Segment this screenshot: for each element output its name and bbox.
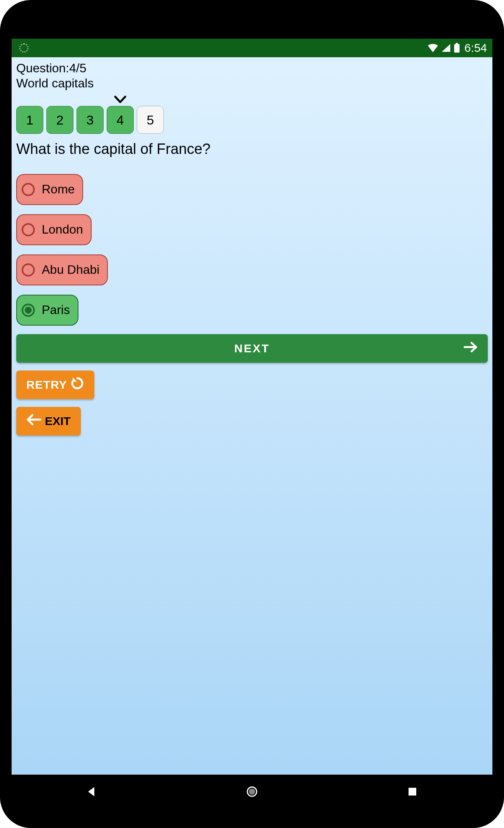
refresh-icon bbox=[70, 376, 84, 393]
retry-button[interactable]: RETRY bbox=[16, 370, 94, 399]
loading-spinner-icon bbox=[19, 43, 29, 53]
svg-point-3 bbox=[249, 789, 255, 795]
answer-label: Abu Dhabi bbox=[42, 263, 99, 277]
android-nav-bar bbox=[12, 775, 492, 809]
wifi-icon bbox=[427, 44, 438, 52]
answer-option[interactable]: London bbox=[16, 214, 92, 245]
nav-home-button[interactable] bbox=[217, 780, 287, 803]
question-counter: Question:4/5 bbox=[16, 61, 488, 75]
nav-back-button[interactable] bbox=[57, 780, 126, 803]
tablet-inner: 6:54 Question:4/5 World capitals 12345 W… bbox=[12, 19, 492, 809]
screen: 6:54 Question:4/5 World capitals 12345 W… bbox=[12, 39, 492, 775]
answer-label: Rome bbox=[42, 182, 75, 196]
exit-button-label: EXIT bbox=[45, 415, 71, 428]
answer-option[interactable]: Paris bbox=[16, 295, 78, 326]
nav-recent-button[interactable] bbox=[378, 780, 447, 803]
answer-label: London bbox=[42, 222, 83, 237]
question-text: What is the capital of France? bbox=[16, 140, 488, 159]
retry-button-label: RETRY bbox=[26, 378, 67, 391]
device-top-bezel bbox=[12, 19, 492, 39]
status-bar: 6:54 bbox=[12, 39, 492, 57]
tracker-cell-3[interactable]: 3 bbox=[77, 106, 104, 134]
chevron-down-icon bbox=[114, 92, 127, 108]
radio-icon bbox=[22, 263, 35, 277]
tracker-cell-4[interactable]: 4 bbox=[107, 106, 134, 134]
next-button[interactable]: NEXT bbox=[16, 334, 488, 363]
answer-option[interactable]: Abu Dhabi bbox=[16, 254, 108, 285]
tablet-frame: 6:54 Question:4/5 World capitals 12345 W… bbox=[0, 0, 504, 828]
quiz-content: Question:4/5 World capitals 12345 What i… bbox=[12, 57, 492, 440]
radio-icon bbox=[22, 183, 35, 196]
status-clock: 6:54 bbox=[465, 41, 487, 55]
svg-rect-0 bbox=[454, 44, 460, 53]
radio-icon bbox=[22, 223, 35, 236]
answer-list: RomeLondonAbu DhabiParis bbox=[16, 174, 488, 326]
battery-icon bbox=[454, 43, 460, 53]
svg-rect-4 bbox=[409, 788, 416, 796]
next-button-label: NEXT bbox=[234, 342, 270, 355]
tracker-cell-5[interactable]: 5 bbox=[137, 106, 164, 134]
svg-rect-1 bbox=[456, 43, 458, 44]
answer-option[interactable]: Rome bbox=[16, 174, 83, 205]
arrow-left-icon bbox=[26, 413, 42, 429]
quiz-topic: World capitals bbox=[16, 76, 488, 90]
answer-label: Paris bbox=[42, 303, 70, 317]
tracker-cell-1[interactable]: 1 bbox=[16, 106, 43, 134]
question-tracker: 12345 bbox=[16, 91, 488, 134]
arrow-right-icon bbox=[462, 339, 478, 358]
radio-icon bbox=[22, 304, 35, 317]
cell-signal-icon bbox=[441, 44, 451, 52]
exit-button[interactable]: EXIT bbox=[16, 407, 81, 435]
tracker-cell-2[interactable]: 2 bbox=[46, 106, 73, 134]
